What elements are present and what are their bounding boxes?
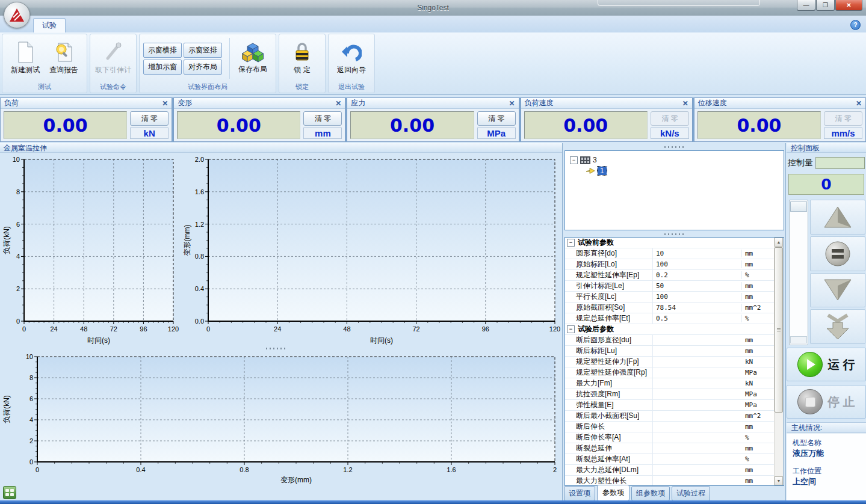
group-name: 试验后参数 (578, 324, 614, 334)
svg-text:6: 6 (16, 221, 20, 228)
tab-test[interactable]: 试验 (33, 18, 66, 33)
tab-settings-items[interactable]: 设置项 (564, 486, 595, 501)
speed-slider[interactable] (789, 200, 808, 345)
slider-thumb[interactable] (790, 201, 807, 212)
table-row[interactable]: 抗拉强度[Rm]MPa (565, 389, 775, 400)
lock-button[interactable]: 锁 定 (283, 35, 321, 81)
table-group-row[interactable]: −试验后参数 (565, 324, 775, 335)
svg-text:4: 4 (16, 253, 20, 260)
windows-vertical-button[interactable]: 示窗竖排 (184, 43, 222, 58)
table-row[interactable]: 断裂总延伸mm (565, 443, 775, 454)
svg-text:1.6: 1.6 (447, 466, 456, 473)
zero-button[interactable]: 清 零 (303, 111, 342, 126)
tab-group-parameter-items[interactable]: 组参数项 (631, 486, 670, 501)
stop-button: 停 止 (787, 385, 866, 419)
table-row[interactable]: 弹性模量[E]MPa (565, 400, 775, 411)
table-row[interactable]: 最大力总延伸[DLm]mm (565, 465, 775, 476)
close-button[interactable]: ✕ (835, 0, 862, 11)
run-button[interactable]: 运 行 (787, 348, 866, 381)
tab-parameter-items[interactable]: 参数项 (597, 485, 629, 501)
meter-unit: mm (303, 128, 342, 139)
restore-button[interactable]: ❐ (816, 0, 835, 11)
param-value[interactable]: 100 (653, 293, 742, 301)
layout-grid-button[interactable] (3, 486, 16, 499)
table-row[interactable]: 引伸计标距[Le]50mm (565, 281, 775, 292)
param-value[interactable]: 10 (653, 250, 742, 257)
align-layout-button[interactable]: 对齐布局 (184, 60, 222, 75)
param-value[interactable]: 0.5 (653, 315, 742, 322)
table-row[interactable]: 原始标距[Lo]100mm (565, 259, 775, 270)
param-value[interactable]: 78.54 (653, 304, 742, 312)
minimize-button[interactable]: — (797, 0, 815, 11)
table-row[interactable]: 原始截面积[So]78.54mm^2 (565, 303, 775, 313)
table-row[interactable]: 规定塑性延伸强度[Rp]MPa (565, 367, 775, 378)
table-row[interactable]: 断裂总延伸率[At]% (565, 454, 775, 465)
table-row[interactable]: 断后最小截面积[Su]mm^2 (565, 411, 775, 422)
new-test-button[interactable]: 新建测试 (6, 35, 45, 81)
table-row[interactable]: 断后伸长率[A]% (565, 432, 775, 443)
horizontal-splitter[interactable] (265, 347, 286, 350)
help-icon[interactable]: ? (850, 20, 861, 30)
fast-down-button[interactable] (810, 309, 865, 344)
group-divider (229, 38, 230, 79)
zero-button[interactable]: 清 零 (130, 111, 169, 126)
control-amount-input[interactable] (815, 157, 865, 169)
collapse-icon[interactable]: − (570, 156, 578, 164)
collapse-icon[interactable]: − (567, 239, 575, 247)
table-row[interactable]: 最大力[Fm]kN (565, 378, 775, 389)
table-scrollbar[interactable]: ▲ ▼ (774, 238, 784, 485)
table-row[interactable]: 圆形直径[do]10mm (565, 248, 775, 259)
jog-up-button[interactable] (810, 200, 865, 235)
tree-child-node[interactable]: 1 (586, 165, 779, 176)
table-row[interactable]: 断后伸长mm (565, 422, 775, 432)
ribbon-group-layout: 示窗横排 示窗竖排 增加示窗 对齐布局 (139, 34, 276, 93)
table-row[interactable]: 断后标距[Lu]mm (565, 346, 775, 357)
param-value[interactable]: 50 (653, 282, 742, 290)
scroll-up-icon[interactable]: ▲ (775, 238, 783, 247)
table-splitter[interactable] (663, 233, 685, 236)
param-value[interactable]: 0.2 (653, 271, 742, 279)
table-row[interactable]: 最大力塑性伸长mm (565, 476, 775, 486)
query-report-button[interactable]: 查询报告 (45, 35, 83, 81)
param-name: 规定塑性延伸率[Ep] (565, 270, 653, 280)
close-icon[interactable]: ✕ (509, 100, 515, 107)
windows-horizontal-button[interactable]: 示窗横排 (143, 43, 182, 58)
meter-displacement-speed: 位移速度✕ 0.00 清 零 mm/s (694, 97, 866, 142)
return-arrow-icon (341, 41, 362, 63)
tree-splitter[interactable] (663, 146, 685, 149)
param-name: 断裂总延伸率[At] (565, 454, 653, 464)
close-icon[interactable]: ✕ (335, 100, 341, 107)
jog-down-button[interactable] (810, 273, 865, 308)
status-bar (0, 500, 866, 504)
add-window-button[interactable]: 增加示窗 (143, 60, 182, 75)
tab-test-process[interactable]: 试验过程 (672, 486, 710, 501)
meter-row: 负荷✕ 0.00 清 零 kN 变形✕ 0.00 清 零 mm 应力✕ 0.00… (0, 97, 866, 142)
close-icon[interactable]: ✕ (682, 100, 688, 107)
jog-stop-button[interactable] (810, 236, 865, 271)
table-group-row[interactable]: −试验前参数 (565, 238, 775, 248)
close-icon[interactable]: ✕ (162, 100, 168, 107)
table-row[interactable]: 规定总延伸率[Et]0.5% (565, 313, 775, 324)
svg-text:6: 6 (29, 395, 33, 402)
machine-type-label: 机型名称 (793, 438, 860, 448)
zero-button[interactable]: 清 零 (477, 111, 516, 126)
svg-text:10: 10 (13, 156, 20, 163)
tree-root-node[interactable]: − 3 (570, 155, 779, 165)
collapse-icon[interactable]: − (567, 325, 575, 333)
close-icon[interactable]: ✕ (856, 100, 862, 107)
param-table-body: −试验前参数圆形直径[do]10mm原始标距[Lo]100mm规定塑性延伸率[E… (565, 238, 775, 486)
table-row[interactable]: 断后圆形直径[du]mm (565, 335, 775, 346)
table-row[interactable]: 规定塑性延伸力[Fp]kN (565, 357, 775, 367)
back-wizard-button[interactable]: 返回向导 (332, 35, 371, 81)
app-menu-button[interactable] (4, 2, 30, 28)
param-value[interactable]: 100 (653, 260, 742, 268)
scrollbar-thumb[interactable] (775, 247, 783, 413)
tree-selected-node-label[interactable]: 1 (598, 167, 607, 175)
param-name: 平行长度[Lc] (565, 292, 653, 302)
param-name: 最大力[Fm] (565, 378, 653, 389)
table-row[interactable]: 规定塑性延伸率[Ep]0.2% (565, 270, 775, 281)
scroll-down-icon[interactable]: ▼ (775, 476, 783, 485)
svg-text:1.6: 1.6 (195, 188, 204, 195)
table-row[interactable]: 平行长度[Lc]100mm (565, 292, 775, 303)
save-layout-button[interactable]: 保存布局 (234, 35, 272, 81)
